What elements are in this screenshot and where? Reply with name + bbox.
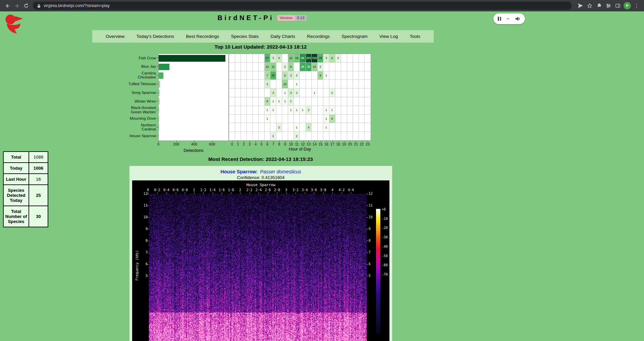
heat-cell bbox=[241, 106, 247, 115]
heat-cell bbox=[300, 123, 306, 132]
bar-row bbox=[159, 115, 228, 123]
sg-colorbar-tick: +0 bbox=[382, 208, 386, 211]
sidebar-icon[interactable] bbox=[613, 1, 623, 10]
hour-tick-label: 23 bbox=[366, 142, 370, 146]
stat-value-today[interactable]: 1006 bbox=[29, 163, 48, 174]
heat-cell: 2 bbox=[282, 63, 288, 71]
detection-species-link[interactable]: House Sparrow: bbox=[220, 169, 258, 174]
heat-cell bbox=[259, 89, 265, 97]
heat-cell: 4 bbox=[276, 54, 282, 63]
heat-cell bbox=[341, 54, 347, 63]
heat-cell: 5 bbox=[282, 71, 288, 80]
heat-cell: 9 bbox=[288, 63, 294, 71]
nav-item-overview[interactable]: Overview bbox=[106, 34, 124, 39]
send-icon[interactable] bbox=[576, 1, 585, 10]
heat-cell: 3 bbox=[270, 54, 276, 63]
stats-row: Last Hour16 bbox=[3, 174, 48, 185]
sg-tick-mark bbox=[147, 206, 149, 206]
sg-tick-mark bbox=[305, 192, 305, 194]
hour-tick-label: 11 bbox=[295, 142, 299, 146]
sg-freq-tick-right: 12 bbox=[369, 192, 373, 196]
sg-freq-tick-left: 10 bbox=[132, 215, 148, 219]
address-bar[interactable]: virginia.birdnetpi.com/?stream=play bbox=[33, 2, 572, 10]
species-label-black-throated-green-warbler: Black-throatedGreen Warbler bbox=[91, 106, 158, 114]
sg-tick-mark bbox=[176, 192, 176, 194]
heat-cell: 7 bbox=[265, 71, 271, 80]
heat-cell bbox=[335, 89, 341, 97]
sliders-icon[interactable] bbox=[604, 1, 613, 10]
sg-tick-mark bbox=[147, 276, 149, 276]
sg-colorbar-tick: -20 bbox=[382, 226, 388, 230]
url-text[interactable]: virginia.birdnetpi.com/?stream=play bbox=[44, 3, 110, 8]
bar-song-sparrow bbox=[159, 90, 160, 96]
refresh-icon[interactable] bbox=[21, 1, 31, 10]
profile-avatar[interactable]: P bbox=[623, 1, 632, 10]
menu-kebab-icon[interactable]: ⋮ bbox=[632, 1, 641, 10]
sg-time-tick: 4 bbox=[331, 188, 333, 192]
sg-tick-mark bbox=[194, 192, 195, 194]
heat-cell: 1 bbox=[323, 106, 329, 115]
heat-cell bbox=[312, 106, 318, 115]
nav-item-species-stats[interactable]: Species Stats bbox=[231, 34, 259, 39]
sg-tick-mark bbox=[240, 192, 240, 194]
heat-cell bbox=[229, 132, 235, 140]
nav-item-spectrogram[interactable]: Spectrogram bbox=[342, 34, 368, 39]
heat-cell bbox=[235, 123, 241, 132]
forward-icon[interactable] bbox=[12, 1, 21, 10]
bar-winter-wren bbox=[159, 98, 160, 105]
stat-value-total-number-of-species[interactable]: 30 bbox=[29, 206, 48, 227]
sg-time-tick: 1·2 bbox=[200, 188, 206, 192]
heat-cell bbox=[253, 54, 259, 63]
heat-cell bbox=[247, 71, 253, 80]
nav-item-today-s-detections[interactable]: Today's Detections bbox=[136, 34, 174, 39]
heat-cell bbox=[365, 123, 371, 132]
heat-cell: 11 bbox=[270, 63, 276, 71]
nav-item-best-recordings[interactable]: Best Recordings bbox=[186, 34, 219, 39]
nav-item-view-log[interactable]: View Log bbox=[379, 34, 398, 39]
heat-cell: 26 bbox=[270, 71, 276, 80]
recent-detection-card: House Sparrow:Passer domesticus Confiden… bbox=[129, 166, 392, 341]
heat-cell bbox=[253, 80, 259, 89]
heat-cell bbox=[241, 71, 247, 80]
heat-cell bbox=[265, 123, 271, 132]
species-label-winter-wren: Winter Wren bbox=[91, 97, 158, 106]
spectrogram-colorbar bbox=[376, 209, 380, 334]
heat-cell bbox=[335, 123, 341, 132]
back-icon[interactable] bbox=[3, 1, 12, 10]
heat-cell bbox=[312, 123, 318, 132]
heat-cell bbox=[353, 132, 359, 140]
nav-item-recordings[interactable]: Recordings bbox=[307, 34, 330, 39]
sg-time-tick: 0·8 bbox=[182, 188, 188, 192]
sg-freq-tick-left: 8 bbox=[132, 239, 148, 243]
sg-colorbar-tick: -50 bbox=[382, 254, 388, 258]
page-header: BirdNET-Pi Version 0.13 bbox=[0, 14, 524, 22]
bar-northern-cardinal bbox=[159, 124, 159, 131]
heat-cell bbox=[300, 71, 306, 80]
heat-cell bbox=[365, 63, 371, 71]
heat-cell bbox=[247, 106, 253, 115]
stat-value-species-detected-today[interactable]: 25 bbox=[29, 185, 48, 206]
hour-tick-label: 19 bbox=[342, 142, 346, 146]
hour-tick-label: 16 bbox=[324, 142, 328, 146]
sg-tick-mark bbox=[259, 192, 259, 194]
top10-chart: Fish CrowBlue JayCarolinaChickadeeTufted… bbox=[91, 54, 371, 154]
heat-cell bbox=[276, 106, 282, 115]
nav-item-daily-charts[interactable]: Daily Charts bbox=[270, 34, 295, 39]
heat-cell bbox=[235, 63, 241, 71]
bar-xtick-label: 0 bbox=[157, 142, 159, 146]
heat-cell bbox=[300, 115, 306, 123]
heat-cell: 6 bbox=[265, 97, 271, 106]
heat-cell bbox=[312, 80, 318, 89]
extensions-puzzle-icon[interactable] bbox=[594, 1, 604, 10]
sg-freq-tick-right: 8 bbox=[369, 239, 371, 243]
nav-item-tools[interactable]: Tools bbox=[410, 34, 420, 39]
heat-cell bbox=[323, 132, 329, 140]
heat-cell bbox=[347, 71, 353, 80]
heat-cell: 2 bbox=[288, 97, 294, 106]
heat-cell: 1 bbox=[270, 106, 276, 115]
most-recent-detection-heading: Most Recent Detection: 2022-04-13 18:15:… bbox=[0, 156, 521, 162]
heat-cell bbox=[229, 123, 235, 132]
bookmark-star-icon[interactable] bbox=[585, 1, 594, 10]
species-axis: Fish CrowBlue JayCarolinaChickadeeTufted… bbox=[91, 54, 158, 140]
profile-initial[interactable]: P bbox=[624, 2, 631, 9]
